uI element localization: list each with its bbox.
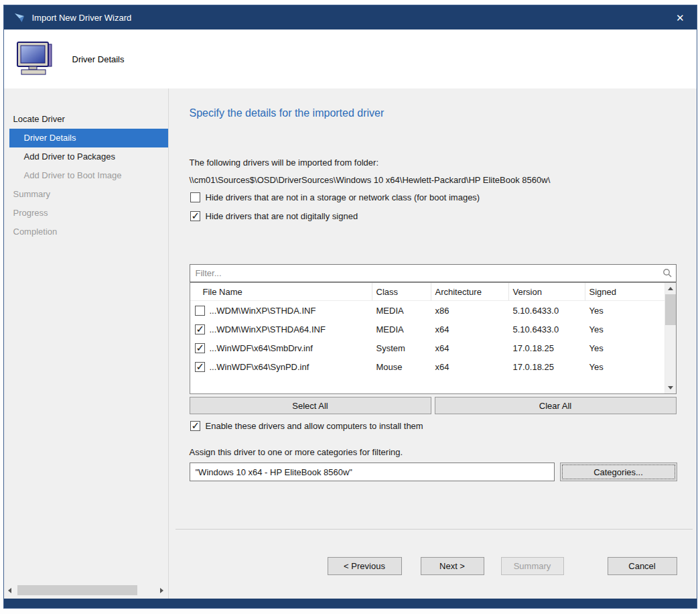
scrollbar-thumb[interactable] <box>17 585 138 595</box>
cell-file-name: ...WinWDF\x64\SmbDrv.inf <box>210 343 313 353</box>
scroll-right-icon[interactable] <box>156 585 168 596</box>
categories-label: Assign this driver to one or more catego… <box>190 447 403 457</box>
list-header: File Name Class Architecture Version Sig… <box>190 283 664 301</box>
scrollbar-thumb[interactable] <box>665 294 676 325</box>
sidebar-item-progress: Progress <box>4 204 168 223</box>
column-header-version[interactable]: Version <box>509 283 585 301</box>
column-header-class[interactable]: Class <box>372 283 431 301</box>
list-item[interactable]: ...WDM\WinXP\STHDA.INF MEDIA x86 5.10.64… <box>190 301 664 320</box>
list-item[interactable]: ...WinWDF\x64\SmbDrv.inf System x64 17.0… <box>190 339 664 357</box>
wizard-steps: Locate Driver Driver Details Add Driver … <box>4 88 168 241</box>
cell-signed: Yes <box>585 343 664 353</box>
sidebar-horizontal-scrollbar[interactable] <box>4 585 168 596</box>
categories-button[interactable]: Categories... <box>560 463 677 481</box>
main-content: Specify the details for the imported dri… <box>169 88 697 599</box>
cell-signed: Yes <box>585 306 664 316</box>
title-bar: Import New Driver Wizard ✕ <box>4 5 697 29</box>
sidebar-item-add-driver-to-boot-image: Add Driver to Boot Image <box>4 166 168 185</box>
bottom-strip <box>4 599 697 608</box>
cell-version: 17.0.18.25 <box>509 343 585 353</box>
list-item[interactable]: ...WinWDF\x64\SynPD.inf Mouse x64 17.0.1… <box>190 357 664 376</box>
cell-class: MEDIA <box>372 324 431 334</box>
cell-file-name: ...WDM\WinXP\STHDA.INF <box>210 306 316 316</box>
cell-architecture: x64 <box>431 343 509 353</box>
next-button[interactable]: Next > <box>421 557 484 575</box>
sidebar-item-summary: Summary <box>4 185 168 204</box>
app-icon <box>13 11 25 23</box>
column-header-file-name[interactable]: File Name <box>190 283 372 301</box>
cell-class: Mouse <box>372 362 431 372</box>
checkbox[interactable] <box>195 343 205 353</box>
scroll-down-icon[interactable] <box>665 382 676 393</box>
checkbox[interactable] <box>190 192 200 202</box>
cell-file-name: ...WinWDF\x64\SynPD.inf <box>210 362 309 372</box>
checkbox-label: Hide drivers that are not digitally sign… <box>206 211 358 221</box>
sidebar-item-completion: Completion <box>4 223 168 241</box>
sidebar-item-add-driver-to-packages[interactable]: Add Driver to Packages <box>4 147 168 166</box>
cell-architecture: x64 <box>431 324 509 334</box>
hide-unsigned-checkbox-row[interactable]: Hide drivers that are not digitally sign… <box>190 211 358 221</box>
cancel-button[interactable]: Cancel <box>608 557 677 575</box>
clear-all-button[interactable]: Clear All <box>435 397 677 414</box>
checkbox[interactable] <box>195 306 205 316</box>
cell-version: 5.10.6433.0 <box>509 306 585 316</box>
wizard-window: Import New Driver Wizard ✕ Driver Detail… <box>3 5 697 609</box>
folder-path: \\cm01\Sources$\OSD\DriverSources\Window… <box>190 175 551 185</box>
sidebar: Locate Driver Driver Details Add Driver … <box>4 88 169 599</box>
cell-signed: Yes <box>585 324 664 334</box>
driver-list: File Name Class Architecture Version Sig… <box>190 282 677 394</box>
close-icon[interactable]: ✕ <box>673 11 687 24</box>
sidebar-item-locate-driver[interactable]: Locate Driver <box>4 110 168 129</box>
cell-architecture: x64 <box>431 362 509 372</box>
cell-signed: Yes <box>585 362 664 372</box>
scroll-left-icon[interactable] <box>4 585 16 596</box>
list-vertical-scrollbar[interactable] <box>664 283 676 393</box>
categories-field[interactable] <box>190 463 555 481</box>
hide-storage-checkbox-row[interactable]: Hide drivers that are not in a storage o… <box>190 192 480 202</box>
scrollbar-track[interactable] <box>16 585 156 596</box>
sidebar-item-driver-details[interactable]: Driver Details <box>9 129 168 147</box>
filter-input[interactable] <box>190 264 677 282</box>
footer-divider <box>176 529 693 530</box>
column-header-signed[interactable]: Signed <box>585 283 664 301</box>
select-all-button[interactable]: Select All <box>190 397 431 414</box>
previous-button[interactable]: < Previous <box>328 557 402 575</box>
cell-architecture: x86 <box>431 306 509 316</box>
cell-version: 17.0.18.25 <box>509 362 585 372</box>
enable-drivers-checkbox-row[interactable]: Enable these drivers and allow computers… <box>190 421 423 431</box>
scroll-up-icon[interactable] <box>665 283 676 294</box>
cell-class: System <box>372 343 431 353</box>
folder-label: The following drivers will be imported f… <box>190 158 379 168</box>
wizard-header: Driver Details <box>4 29 697 88</box>
window-title: Import New Driver Wizard <box>32 13 132 23</box>
cell-version: 5.10.6433.0 <box>509 324 585 334</box>
checkbox[interactable] <box>190 421 200 431</box>
column-header-architecture[interactable]: Architecture <box>431 283 509 301</box>
list-item[interactable]: ...WDM\WinXP\STHDA64.INF MEDIA x64 5.10.… <box>190 320 664 339</box>
filter-box <box>190 264 677 282</box>
cell-file-name: ...WDM\WinXP\STHDA64.INF <box>210 324 326 334</box>
checkbox[interactable] <box>195 324 205 334</box>
checkbox-label: Hide drivers that are not in a storage o… <box>206 192 480 202</box>
checkbox-label: Enable these drivers and allow computers… <box>206 421 423 431</box>
cell-class: MEDIA <box>372 306 431 316</box>
checkbox[interactable] <box>190 211 200 221</box>
wizard-body: Locate Driver Driver Details Add Driver … <box>4 88 697 599</box>
selection-buttons: Select All Clear All <box>190 397 677 414</box>
summary-button: Summary <box>501 557 564 575</box>
page-title: Driver Details <box>72 54 125 64</box>
content-heading: Specify the details for the imported dri… <box>190 107 384 119</box>
computer-monitor-icon <box>16 42 54 76</box>
search-icon <box>662 268 672 278</box>
checkbox[interactable] <box>195 362 205 372</box>
